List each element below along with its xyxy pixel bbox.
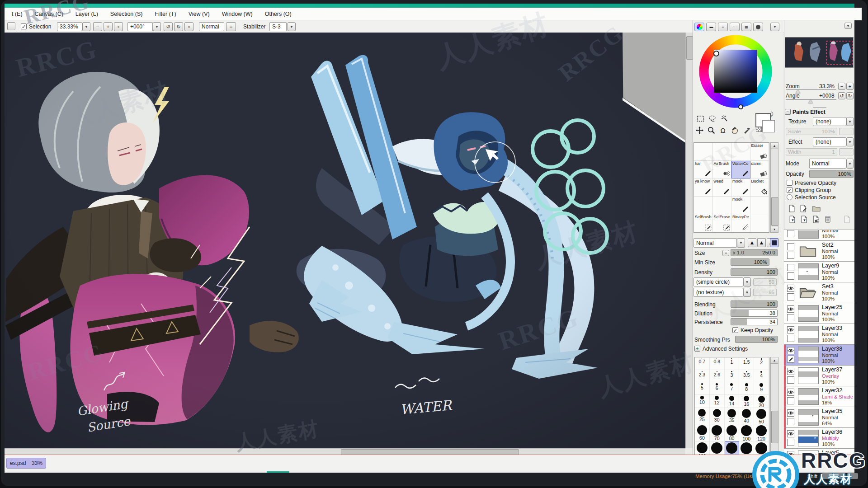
size-cell[interactable]: 0.7 bbox=[695, 357, 710, 370]
dilution-slider[interactable]: 38 bbox=[731, 310, 778, 317]
nav-zoom-in-button[interactable]: + bbox=[846, 83, 854, 90]
menu-view[interactable]: View (V) bbox=[189, 11, 210, 17]
size-cell[interactable]: 30 bbox=[710, 408, 725, 424]
size-cell[interactable]: 16 bbox=[739, 395, 754, 408]
marquee-tool[interactable] bbox=[695, 113, 705, 123]
layer-lock-checkbox[interactable] bbox=[787, 439, 794, 446]
move-tool[interactable] bbox=[694, 125, 704, 135]
brush-mode-dropdown-button[interactable]: ▼ bbox=[737, 238, 745, 248]
layer-lock-checkbox[interactable] bbox=[787, 376, 794, 384]
layer-opacity-slider[interactable]: 100% bbox=[809, 170, 854, 178]
nav-zoom-out-button[interactable]: − bbox=[838, 83, 845, 90]
clear-layer-button[interactable] bbox=[811, 214, 821, 224]
brush-ya-know[interactable]: ya know bbox=[694, 178, 713, 197]
size-cell[interactable]: 2.6 bbox=[710, 370, 725, 383]
transfer-down-button[interactable]: ▼ bbox=[787, 214, 797, 224]
toolbar-blank-button[interactable] bbox=[7, 22, 15, 30]
size-cell[interactable]: 8 bbox=[739, 382, 754, 395]
brush-tip-triangle-2[interactable]: ▲ bbox=[757, 238, 766, 247]
size-cell[interactable]: 0.8 bbox=[710, 357, 725, 370]
stabilizer-value-box[interactable]: S-3 bbox=[269, 22, 287, 31]
brush-texture-dropdown[interactable]: (no texture) bbox=[693, 288, 743, 297]
min-size-slider[interactable]: 100% bbox=[731, 258, 769, 266]
layer-row-layer38-selected[interactable]: Layer38 Normal 100% bbox=[784, 345, 854, 366]
navigator-preview[interactable] bbox=[785, 37, 854, 68]
brush-slot-empty[interactable] bbox=[750, 197, 769, 215]
layer-lock-checkbox[interactable] bbox=[787, 272, 794, 280]
size-cell[interactable]: 60 bbox=[695, 424, 710, 441]
layer-lock-checkbox[interactable] bbox=[787, 230, 794, 237]
size-cell[interactable]: 10 bbox=[695, 395, 710, 408]
layer-row-layer33[interactable]: Layer33 Normal 100% bbox=[784, 324, 854, 345]
texture-dropdown[interactable]: (none) bbox=[813, 117, 846, 126]
menu-others[interactable]: Others (O) bbox=[265, 11, 292, 17]
menu-filter[interactable]: Filter (T) bbox=[155, 11, 176, 17]
brush-slot-empty[interactable] bbox=[750, 214, 769, 232]
size-cell[interactable]: 9 bbox=[754, 382, 769, 395]
menu-canvas[interactable]: Canvas (C) bbox=[35, 11, 63, 17]
keep-opacity-checkbox[interactable]: ✓ bbox=[732, 327, 738, 333]
brush-palette-scrollbar[interactable]: ▲ ▼ bbox=[770, 142, 778, 233]
size-cell[interactable]: 100 bbox=[739, 424, 754, 441]
layer-mode-dropdown-button[interactable]: ▼ bbox=[846, 159, 854, 169]
hue-cursor-secondary[interactable] bbox=[738, 104, 743, 109]
canvas-vertical-scrollbar[interactable] bbox=[685, 33, 693, 448]
size-unit-button[interactable]: ▪ bbox=[722, 250, 729, 256]
scroll-up-icon[interactable]: ▲ bbox=[771, 143, 778, 149]
effect-dropdown-button[interactable]: ▼ bbox=[846, 137, 854, 146]
artwork-canvas[interactable]: Glowing Source WATER bbox=[5, 33, 685, 448]
transparent-color-icon[interactable] bbox=[756, 127, 762, 132]
brush-slot-empty[interactable] bbox=[713, 197, 732, 215]
eyedropper-tool[interactable] bbox=[741, 125, 751, 135]
nav-rotate-ccw-button[interactable]: ↺ bbox=[838, 92, 845, 99]
zoom-out-button[interactable]: − bbox=[93, 22, 102, 31]
layer-visibility-checkbox[interactable] bbox=[787, 305, 794, 313]
scrollbar-thumb[interactable] bbox=[771, 411, 778, 443]
brush-shape-dropdown[interactable]: (simple circle) bbox=[693, 277, 743, 286]
menu-selection[interactable]: Selection (S) bbox=[110, 11, 143, 17]
brush-damn[interactable]: damn bbox=[750, 161, 769, 179]
layer-visibility-checkbox[interactable] bbox=[787, 326, 794, 333]
size-cell[interactable]: 1.5 bbox=[739, 357, 754, 370]
brush-eraser[interactable]: Eraser bbox=[750, 143, 769, 161]
canvas-horizontal-scrollbar[interactable] bbox=[5, 448, 685, 455]
zoom-dropdown-button[interactable]: ▼ bbox=[82, 22, 90, 31]
brush-slot-empty[interactable] bbox=[694, 143, 713, 161]
brush-binarypen[interactable]: BinaryPe bbox=[731, 214, 750, 232]
selection-checkbox[interactable]: ✓ bbox=[21, 23, 27, 29]
layer-row-set2[interactable]: Set2 Normal 100% bbox=[784, 241, 854, 262]
saturation-value-square[interactable] bbox=[714, 50, 757, 93]
rgb-sliders-tab-button[interactable]: ▬ bbox=[706, 23, 716, 31]
paint-mode-box[interactable]: Normal bbox=[199, 22, 224, 31]
density-slider[interactable]: 100 bbox=[731, 268, 778, 276]
scrollbar-thumb[interactable] bbox=[771, 197, 778, 226]
layer-lock-checkbox[interactable] bbox=[787, 397, 794, 404]
rotate-reset-button[interactable]: ▫ bbox=[184, 22, 193, 31]
size-cell[interactable]: 3 bbox=[725, 370, 740, 383]
new-layer-button[interactable] bbox=[787, 203, 797, 213]
size-cell[interactable]: 12 bbox=[710, 395, 725, 408]
color-panel-menu-button[interactable]: ▼ bbox=[770, 23, 779, 31]
swatches-tab-button[interactable]: ⋯ bbox=[730, 23, 740, 31]
size-cell[interactable]: 5 bbox=[695, 382, 710, 395]
brush-mook2[interactable]: mook bbox=[731, 197, 750, 215]
swap-colors-icon[interactable]: ⤸ bbox=[770, 111, 774, 117]
layer-row-layer35[interactable]: ▾ Layer35 Normal 64% bbox=[784, 407, 854, 428]
layer-lock-checkbox[interactable] bbox=[787, 293, 794, 300]
hand-tool[interactable] bbox=[730, 125, 740, 135]
angle-value-box[interactable]: +000° bbox=[127, 22, 153, 31]
magic-wand-tool[interactable] bbox=[719, 113, 729, 123]
size-cell[interactable]: 2.3 bbox=[695, 370, 710, 383]
size-cell[interactable]: 80 bbox=[725, 424, 740, 441]
layer-visibility-checkbox[interactable] bbox=[787, 264, 794, 271]
blending-slider[interactable]: 100 bbox=[731, 300, 778, 308]
persistence-slider[interactable]: 34 bbox=[731, 318, 778, 325]
size-cell[interactable]: 70 bbox=[710, 424, 725, 441]
clipping-group-checkbox[interactable]: ✓ bbox=[787, 187, 793, 193]
size-cell[interactable]: 35 bbox=[725, 408, 740, 424]
palette-grid-tab-button[interactable]: ▦ bbox=[741, 23, 751, 31]
layer-row-layer25[interactable]: Layer25 Normal 100% bbox=[784, 303, 854, 324]
panelB-menu-button[interactable]: ▼ bbox=[844, 23, 852, 29]
size-cell[interactable]: 3.5 bbox=[739, 370, 754, 383]
brush-selbrush[interactable]: SelBrush bbox=[694, 214, 713, 232]
